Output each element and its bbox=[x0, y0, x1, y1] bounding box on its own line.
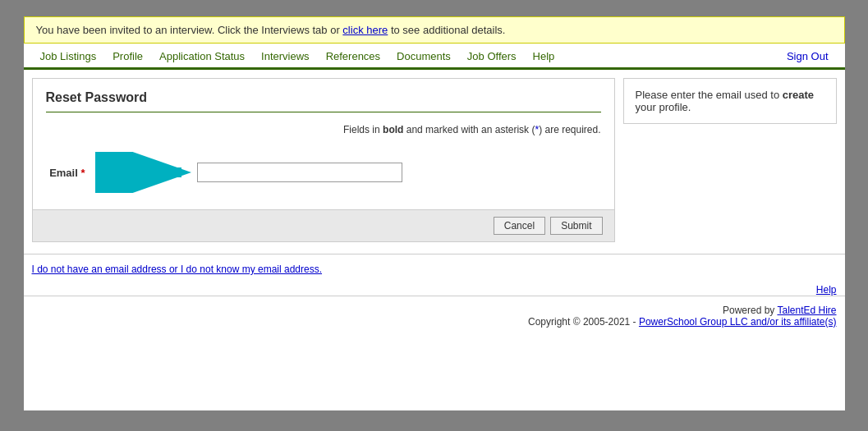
cancel-button[interactable]: Cancel bbox=[494, 217, 545, 235]
powerschool-link[interactable]: PowerSchool Group LLC and/or its affilia… bbox=[639, 316, 837, 328]
email-field-row: Email * bbox=[46, 152, 601, 193]
required-note-bold: bold bbox=[383, 124, 403, 135]
form-title: Reset Password bbox=[46, 90, 601, 112]
powered-by-text: Powered by bbox=[723, 305, 778, 316]
banner-link[interactable]: click here bbox=[342, 24, 388, 36]
button-area: Cancel Submit bbox=[33, 209, 614, 241]
help-footer-link[interactable]: Help bbox=[816, 284, 837, 296]
side-panel: Please enter the email used to create yo… bbox=[623, 78, 837, 124]
main-form: Reset Password Fields in bold and marked… bbox=[32, 78, 615, 242]
nav-documents[interactable]: Documents bbox=[388, 48, 459, 64]
sign-out-link[interactable]: Sign Out bbox=[778, 48, 837, 64]
nav-profile[interactable]: Profile bbox=[104, 48, 151, 64]
footer-help: Help bbox=[24, 283, 845, 296]
nav-job-offers[interactable]: Job Offers bbox=[459, 48, 525, 64]
nav-interviews[interactable]: Interviews bbox=[253, 48, 318, 64]
nav-job-listings[interactable]: Job Listings bbox=[32, 48, 105, 64]
side-panel-text-after: your profile. bbox=[636, 101, 691, 113]
required-star: * bbox=[80, 167, 85, 179]
banner-text-before: You have been invited to an interview. C… bbox=[36, 24, 343, 36]
footer: Powered by TalentEd Hire Copyright © 200… bbox=[24, 296, 845, 336]
arrow-icon bbox=[95, 152, 194, 193]
required-note: Fields in bold and marked with an asteri… bbox=[46, 124, 601, 135]
side-panel-highlight: create bbox=[783, 89, 814, 101]
arrow-container bbox=[95, 152, 402, 193]
copyright-text: Copyright © 2005-2021 - bbox=[528, 316, 639, 328]
nav-help[interactable]: Help bbox=[525, 48, 563, 64]
submit-button[interactable]: Submit bbox=[550, 217, 602, 235]
required-note-prefix: Fields in bbox=[343, 124, 383, 135]
talented-hire-link[interactable]: TalentEd Hire bbox=[777, 305, 836, 316]
content-area: Reset Password Fields in bold and marked… bbox=[24, 70, 845, 250]
nav-application-status[interactable]: Application Status bbox=[151, 48, 253, 64]
no-email-link[interactable]: I do not have an email address or I do n… bbox=[32, 264, 323, 275]
email-label: Email * bbox=[46, 167, 95, 179]
side-panel-text-before: Please enter the email used to bbox=[636, 89, 783, 101]
bottom-section: I do not have an email address or I do n… bbox=[24, 254, 845, 278]
required-note-suffix: ) are required. bbox=[539, 124, 600, 135]
required-note-middle: and marked with an asterisk ( bbox=[403, 124, 535, 135]
nav-references[interactable]: References bbox=[318, 48, 388, 64]
nav-bar: Job Listings Profile Application Status … bbox=[24, 44, 845, 70]
email-input[interactable] bbox=[197, 163, 402, 182]
banner-text-after: to see additional details. bbox=[388, 24, 505, 36]
interview-banner: You have been invited to an interview. C… bbox=[24, 16, 845, 44]
